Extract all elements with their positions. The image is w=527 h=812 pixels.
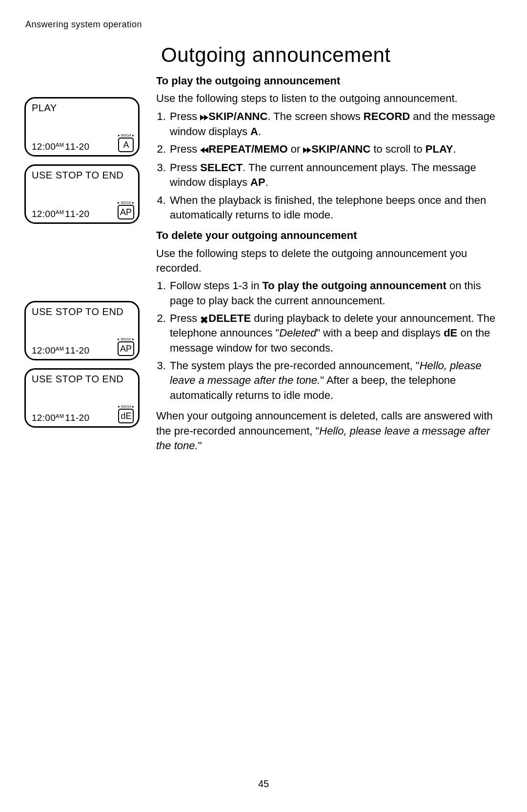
time-value: 12:00 [32,209,56,219]
t: " [198,439,202,452]
manual-page: Answering system operation Outgoing anno… [0,0,527,812]
lcd-time: 12:00AM11-20 [32,345,89,356]
msg-code: A [118,138,134,152]
t: AP [250,176,265,188]
t: ANNC [340,143,371,155]
t: A [250,125,258,138]
msg-code: AP [118,205,134,219]
t: PLAY [426,143,453,155]
lcd-line1: USE STOP TO END [32,374,133,385]
t: Press [170,110,200,122]
t: DELETE [208,312,251,324]
lcd-time: 12:00AM11-20 [32,209,89,219]
delete-step-1: Follow steps 1-3 in To play the outgoing… [169,278,498,308]
t: MEMO [254,143,287,155]
msg-code: AP [118,341,134,356]
t: Follow steps 1-3 in [170,279,263,292]
date-value: 11-20 [65,345,89,356]
msg-label: MSG# [118,405,134,408]
lcd-line1: USE STOP TO END [32,306,133,317]
lcd-screen-play: PLAY 12:00AM11-20 MSG# A [24,97,140,157]
t: To play the outgoing announcement [263,279,446,292]
rewind-icon [200,142,208,157]
delete-step-2: Press ✖DELETE during playback to delete … [169,311,498,356]
date-value: 11-20 [65,413,89,423]
ampm: AM [56,142,64,148]
msg-label: MSG# [118,337,134,341]
section-header: Answering system operation [25,20,498,30]
content-row: PLAY 12:00AM11-20 MSG# A USE STOP TO END… [24,70,498,456]
play-steps: Press SKIP/ANNC. The screen shows RECORD… [156,109,498,223]
delete-steps: Follow steps 1-3 in To play the outgoing… [156,278,498,403]
t: REPEAT/ [208,143,254,155]
play-step-1: Press SKIP/ANNC. The screen shows RECORD… [169,109,498,139]
play-step-2: Press REPEAT/MEMO or SKIP/ANNC to scroll… [169,142,498,157]
t: " with a beep and displays [316,327,444,339]
t: RECORD [364,110,410,122]
t: SKIP/ [311,143,339,155]
play-intro: Use the following steps to listen to the… [156,91,498,106]
lcd-line1: USE STOP TO END [32,170,133,181]
time-value: 12:00 [32,141,56,152]
msg-box-wrap: MSG# dE [118,405,134,423]
delete-outro: When your outgoing announcement is delet… [156,409,498,453]
t: /ANNC [234,110,268,122]
msg-label: MSG# [118,201,134,204]
t: Deleted [279,327,316,339]
msg-code: dE [118,409,134,423]
t: . The screen shows [267,110,363,122]
ampm: AM [56,209,64,215]
t: dE [444,327,457,339]
play-heading: To play the outgoing announcement [156,74,498,88]
t: SELECT [200,161,243,174]
date-value: 11-20 [65,209,89,219]
t: . [453,143,456,155]
t: Press [170,143,200,155]
t: . [265,176,268,188]
lcd-time: 12:00AM11-20 [32,413,89,423]
instructions-column: To play the outgoing announcement Use th… [156,70,498,456]
msg-label: MSG# [118,134,134,137]
t: The system plays the pre-recorded announ… [170,359,420,372]
t: or [288,143,304,155]
play-step-3: Press SELECT. The current announcement p… [169,160,498,190]
ampm: AM [56,346,64,352]
msg-box-wrap: MSG# A [118,134,134,152]
t: to scroll to [370,143,425,155]
t: Press [170,312,200,324]
play-step-4: When the playback is finished, the telep… [169,193,498,223]
msg-box-wrap: MSG# AP [118,337,134,356]
fast-forward-icon [200,110,208,124]
page-title: Outgoing announcement [161,43,498,67]
lcd-screen-stop-1: USE STOP TO END 12:00AM11-20 MSG# AP [24,164,140,224]
lcd-column: PLAY 12:00AM11-20 MSG# A USE STOP TO END… [24,70,144,456]
msg-box-wrap: MSG# AP [118,201,134,219]
time-value: 12:00 [32,345,56,356]
t: . [258,125,261,138]
delete-intro: Use the following steps to delete the ou… [156,246,498,276]
t: Press [170,161,200,174]
delete-step-3: The system plays the pre-recorded announ… [169,358,498,403]
lcd-time: 12:00AM11-20 [32,141,89,152]
lcd-screen-stop-2: USE STOP TO END 12:00AM11-20 MSG# AP [24,301,140,360]
date-value: 11-20 [65,141,89,152]
ampm: AM [56,413,64,419]
lcd-line1: PLAY [32,102,133,114]
page-number: 45 [0,778,527,790]
t: SKIP [208,110,233,122]
lcd-screen-de: USE STOP TO END 12:00AM11-20 MSG# dE [24,368,140,428]
fast-forward-icon [303,142,311,157]
time-value: 12:00 [32,413,56,423]
delete-heading: To delete your outgoing announcement [156,228,498,243]
